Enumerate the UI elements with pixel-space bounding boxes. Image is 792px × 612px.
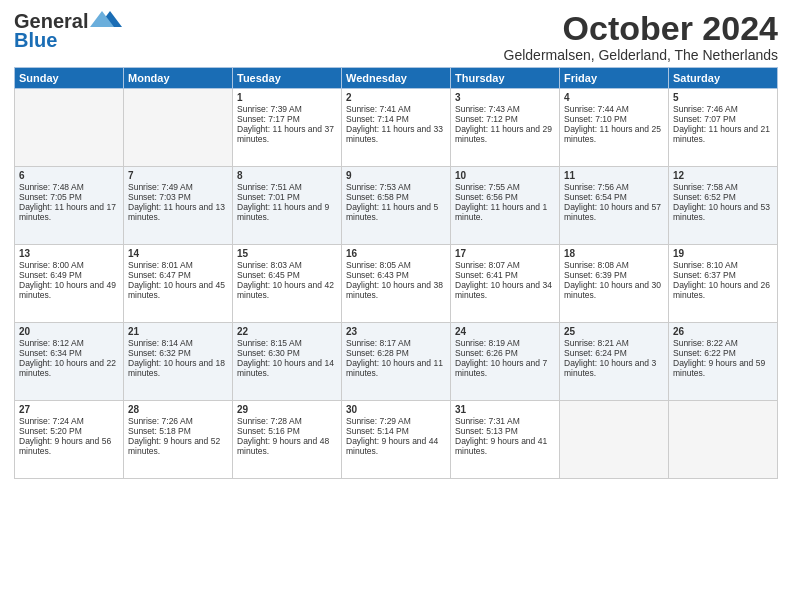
calendar-table: SundayMondayTuesdayWednesdayThursdayFrid…: [14, 67, 778, 479]
day-number: 18: [564, 248, 664, 259]
day-number: 10: [455, 170, 555, 181]
day-cell: 6Sunrise: 7:48 AMSunset: 7:05 PMDaylight…: [15, 167, 124, 245]
day-number: 19: [673, 248, 773, 259]
day-info: Sunrise: 8:19 AM: [455, 338, 555, 348]
day-number: 4: [564, 92, 664, 103]
day-info: Sunrise: 7:46 AM: [673, 104, 773, 114]
day-info: Sunset: 6:49 PM: [19, 270, 119, 280]
day-number: 6: [19, 170, 119, 181]
day-info: Sunset: 5:18 PM: [128, 426, 228, 436]
weekday-header-saturday: Saturday: [669, 68, 778, 89]
weekday-header-friday: Friday: [560, 68, 669, 89]
day-number: 25: [564, 326, 664, 337]
day-cell: 12Sunrise: 7:58 AMSunset: 6:52 PMDayligh…: [669, 167, 778, 245]
day-info: Sunrise: 7:58 AM: [673, 182, 773, 192]
day-info: Daylight: 10 hours and 42 minutes.: [237, 280, 337, 300]
day-number: 13: [19, 248, 119, 259]
day-info: Daylight: 11 hours and 9 minutes.: [237, 202, 337, 222]
day-number: 17: [455, 248, 555, 259]
day-info: Sunset: 6:39 PM: [564, 270, 664, 280]
day-info: Sunset: 6:24 PM: [564, 348, 664, 358]
day-cell: 30Sunrise: 7:29 AMSunset: 5:14 PMDayligh…: [342, 401, 451, 479]
day-info: Sunset: 6:41 PM: [455, 270, 555, 280]
day-info: Sunrise: 7:28 AM: [237, 416, 337, 426]
day-info: Sunset: 5:16 PM: [237, 426, 337, 436]
day-info: Daylight: 10 hours and 53 minutes.: [673, 202, 773, 222]
day-number: 14: [128, 248, 228, 259]
day-info: Sunset: 7:10 PM: [564, 114, 664, 124]
day-info: Sunrise: 7:44 AM: [564, 104, 664, 114]
week-row-4: 20Sunrise: 8:12 AMSunset: 6:34 PMDayligh…: [15, 323, 778, 401]
day-number: 29: [237, 404, 337, 415]
day-info: Sunrise: 7:55 AM: [455, 182, 555, 192]
day-info: Sunrise: 7:53 AM: [346, 182, 446, 192]
weekday-header-monday: Monday: [124, 68, 233, 89]
day-number: 12: [673, 170, 773, 181]
day-info: Sunrise: 8:07 AM: [455, 260, 555, 270]
day-info: Sunset: 7:14 PM: [346, 114, 446, 124]
day-info: Sunset: 6:43 PM: [346, 270, 446, 280]
day-info: Daylight: 11 hours and 25 minutes.: [564, 124, 664, 144]
day-info: Sunrise: 8:10 AM: [673, 260, 773, 270]
day-cell: 26Sunrise: 8:22 AMSunset: 6:22 PMDayligh…: [669, 323, 778, 401]
day-info: Sunset: 7:12 PM: [455, 114, 555, 124]
day-cell: 18Sunrise: 8:08 AMSunset: 6:39 PMDayligh…: [560, 245, 669, 323]
day-number: 7: [128, 170, 228, 181]
day-cell: 23Sunrise: 8:17 AMSunset: 6:28 PMDayligh…: [342, 323, 451, 401]
day-info: Sunset: 6:56 PM: [455, 192, 555, 202]
day-info: Sunset: 5:13 PM: [455, 426, 555, 436]
day-cell: 28Sunrise: 7:26 AMSunset: 5:18 PMDayligh…: [124, 401, 233, 479]
day-info: Daylight: 9 hours and 48 minutes.: [237, 436, 337, 456]
day-cell: 13Sunrise: 8:00 AMSunset: 6:49 PMDayligh…: [15, 245, 124, 323]
day-info: Sunrise: 8:05 AM: [346, 260, 446, 270]
day-info: Sunrise: 8:17 AM: [346, 338, 446, 348]
day-number: 9: [346, 170, 446, 181]
day-info: Sunset: 6:34 PM: [19, 348, 119, 358]
title-block: October 2024 Geldermalsen, Gelderland, T…: [504, 10, 778, 63]
day-info: Sunset: 7:07 PM: [673, 114, 773, 124]
day-info: Daylight: 10 hours and 11 minutes.: [346, 358, 446, 378]
day-info: Sunrise: 7:49 AM: [128, 182, 228, 192]
day-info: Daylight: 10 hours and 34 minutes.: [455, 280, 555, 300]
day-info: Sunrise: 8:15 AM: [237, 338, 337, 348]
day-info: Daylight: 10 hours and 22 minutes.: [19, 358, 119, 378]
day-info: Daylight: 10 hours and 49 minutes.: [19, 280, 119, 300]
day-info: Daylight: 10 hours and 30 minutes.: [564, 280, 664, 300]
day-info: Sunrise: 7:51 AM: [237, 182, 337, 192]
day-info: Sunrise: 8:21 AM: [564, 338, 664, 348]
day-number: 28: [128, 404, 228, 415]
day-cell: 3Sunrise: 7:43 AMSunset: 7:12 PMDaylight…: [451, 89, 560, 167]
day-info: Daylight: 10 hours and 38 minutes.: [346, 280, 446, 300]
day-info: Daylight: 11 hours and 17 minutes.: [19, 202, 119, 222]
day-cell: 29Sunrise: 7:28 AMSunset: 5:16 PMDayligh…: [233, 401, 342, 479]
day-info: Sunrise: 7:56 AM: [564, 182, 664, 192]
day-info: Sunrise: 8:01 AM: [128, 260, 228, 270]
day-info: Daylight: 10 hours and 26 minutes.: [673, 280, 773, 300]
day-info: Sunrise: 8:08 AM: [564, 260, 664, 270]
day-cell: 16Sunrise: 8:05 AMSunset: 6:43 PMDayligh…: [342, 245, 451, 323]
location-subtitle: Geldermalsen, Gelderland, The Netherland…: [504, 47, 778, 63]
day-cell: 2Sunrise: 7:41 AMSunset: 7:14 PMDaylight…: [342, 89, 451, 167]
day-info: Daylight: 11 hours and 29 minutes.: [455, 124, 555, 144]
day-info: Sunrise: 8:00 AM: [19, 260, 119, 270]
day-number: 8: [237, 170, 337, 181]
day-info: Daylight: 10 hours and 7 minutes.: [455, 358, 555, 378]
day-cell: 17Sunrise: 8:07 AMSunset: 6:41 PMDayligh…: [451, 245, 560, 323]
day-cell: 10Sunrise: 7:55 AMSunset: 6:56 PMDayligh…: [451, 167, 560, 245]
day-info: Daylight: 10 hours and 3 minutes.: [564, 358, 664, 378]
weekday-header-row: SundayMondayTuesdayWednesdayThursdayFrid…: [15, 68, 778, 89]
day-cell: 15Sunrise: 8:03 AMSunset: 6:45 PMDayligh…: [233, 245, 342, 323]
day-cell: 27Sunrise: 7:24 AMSunset: 5:20 PMDayligh…: [15, 401, 124, 479]
day-info: Sunset: 7:05 PM: [19, 192, 119, 202]
day-info: Daylight: 10 hours and 57 minutes.: [564, 202, 664, 222]
day-cell: 9Sunrise: 7:53 AMSunset: 6:58 PMDaylight…: [342, 167, 451, 245]
day-cell: 22Sunrise: 8:15 AMSunset: 6:30 PMDayligh…: [233, 323, 342, 401]
weekday-header-wednesday: Wednesday: [342, 68, 451, 89]
day-info: Sunrise: 7:29 AM: [346, 416, 446, 426]
day-info: Daylight: 9 hours and 52 minutes.: [128, 436, 228, 456]
day-info: Daylight: 9 hours and 56 minutes.: [19, 436, 119, 456]
day-info: Sunset: 6:54 PM: [564, 192, 664, 202]
day-cell: 4Sunrise: 7:44 AMSunset: 7:10 PMDaylight…: [560, 89, 669, 167]
day-info: Daylight: 9 hours and 41 minutes.: [455, 436, 555, 456]
day-cell: 19Sunrise: 8:10 AMSunset: 6:37 PMDayligh…: [669, 245, 778, 323]
